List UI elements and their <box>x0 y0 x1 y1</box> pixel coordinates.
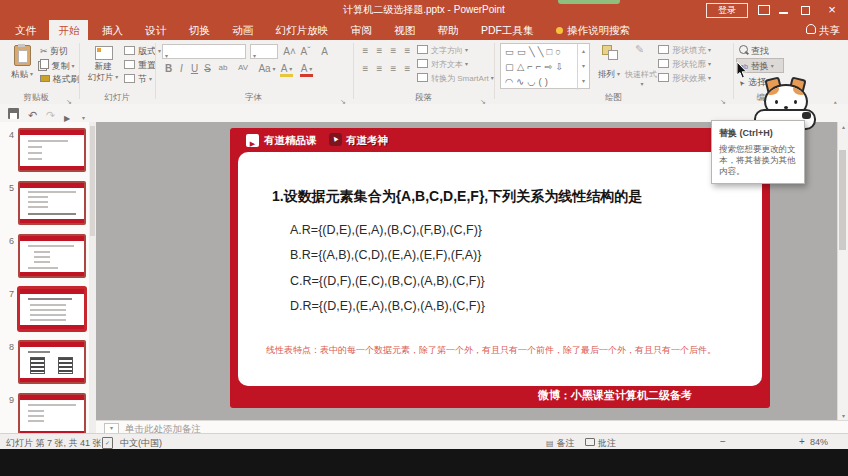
section-button[interactable]: 节 <box>124 73 152 86</box>
tab-help[interactable]: 帮助 <box>429 20 468 40</box>
italic-icon[interactable]: I <box>175 63 188 74</box>
save-icon[interactable] <box>8 108 19 119</box>
tab-pdf-tools[interactable]: PDF工具集 <box>472 20 543 40</box>
new-slide-icon <box>95 46 113 60</box>
ribbon-display-options-icon[interactable] <box>758 5 770 15</box>
decrease-font-icon[interactable]: Aˇ <box>299 46 312 57</box>
reset-button[interactable]: 重置 <box>124 59 156 72</box>
bullets-icon[interactable]: ≡ <box>359 45 372 56</box>
font-group-label: 字体 <box>157 92 350 104</box>
align-left-icon[interactable]: ≡ <box>359 63 372 74</box>
slide-thumbnail-5[interactable] <box>18 181 86 225</box>
shape-outline-button[interactable]: 形状轮廓 <box>658 59 711 71</box>
slide-thumbnail-4[interactable] <box>18 128 86 172</box>
taskbar: 中 S 19:06 2021/3/16 <box>0 449 848 476</box>
convert-smartart-button[interactable]: 转换为 SmartArt <box>417 73 494 84</box>
strikethrough-icon[interactable]: S <box>201 63 214 74</box>
copy-button[interactable]: 复制 <box>40 59 75 73</box>
thumb-number: 8 <box>2 342 14 352</box>
undo-icon[interactable] <box>28 105 37 123</box>
clear-formatting-icon[interactable]: A <box>318 46 331 57</box>
bold-icon[interactable]: B <box>162 63 175 74</box>
tab-home[interactable]: 开始 <box>49 20 88 40</box>
tooltip-title: 替换 (Ctrl+H) <box>719 127 797 140</box>
slide-canvas[interactable]: 有道精品课 有道考神 1.设数据元素集合为{A,B,C,D,E,F},下列关系为… <box>230 128 770 408</box>
reset-icon <box>124 60 135 69</box>
tab-file[interactable]: 文件 <box>6 20 45 40</box>
title-bar: 计算机二级选择题.pptx - PowerPoint 登录 <box>0 0 848 20</box>
tab-animations[interactable]: 动画 <box>223 20 262 40</box>
paragraph-group-label: 段落 <box>355 92 492 104</box>
highlight-color-icon[interactable]: A <box>280 63 293 77</box>
zoom-out-icon[interactable]: − <box>720 436 726 447</box>
zoom-in-icon[interactable]: + <box>799 436 805 447</box>
change-case-icon[interactable]: Aa <box>258 63 276 74</box>
shape-fill-button[interactable]: 形状填充 <box>658 45 711 57</box>
person-icon <box>806 24 816 34</box>
decrease-indent-icon[interactable]: ≡ <box>387 45 400 56</box>
new-slide-button[interactable]: 新建 幻灯片 <box>84 43 122 91</box>
question-text[interactable]: 1.设数据元素集合为{A,B,C,D,E,F},下列关系为线性结构的是 <box>272 188 642 206</box>
tell-me-search[interactable]: 操作说明搜索 <box>547 20 639 40</box>
slide-thumbnail-6[interactable] <box>18 234 86 278</box>
slide-thumbnail-9[interactable] <box>18 393 86 433</box>
option-b[interactable]: B.R={(A,B),(C,D),(E,A),(E,F),(F,A)} <box>290 248 481 262</box>
justify-icon[interactable]: ≡ <box>401 63 414 74</box>
shapes-gallery-scroll[interactable]: ▴▾▾ <box>577 44 589 90</box>
share-button[interactable]: 共享 <box>806 20 840 40</box>
drawing-group-label: 绘图 <box>497 92 730 104</box>
close-icon[interactable] <box>825 1 839 19</box>
slide-thumbnail-8[interactable] <box>18 340 86 384</box>
new-slide-label-2: 幻灯片 <box>84 72 122 84</box>
tab-design[interactable]: 设计 <box>136 20 175 40</box>
text-shadow-icon[interactable]: ab <box>214 63 232 72</box>
arrange-button[interactable]: 排列 <box>594 43 624 91</box>
option-d[interactable]: D.R={(D,E),(E,A),(B,C),(A,B),(C,F)} <box>290 299 485 313</box>
zoom-percent[interactable]: 84% <box>810 437 828 447</box>
tab-review[interactable]: 审阅 <box>342 20 381 40</box>
tab-slideshow[interactable]: 幻灯片放映 <box>267 20 338 40</box>
font-color-icon[interactable]: A <box>300 63 313 77</box>
tab-insert[interactable]: 插入 <box>93 20 132 40</box>
tab-view[interactable]: 视图 <box>385 20 424 40</box>
layout-icon <box>124 46 135 55</box>
restore-icon[interactable] <box>801 6 810 15</box>
login-button[interactable]: 登录 <box>706 3 748 18</box>
font-size-combo[interactable] <box>250 44 278 59</box>
cut-button[interactable]: 剪切 <box>40 45 68 58</box>
paste-button[interactable]: 粘贴 <box>6 43 38 91</box>
tab-transitions[interactable]: 切换 <box>180 20 219 40</box>
format-painter-button[interactable]: 格式刷 <box>40 73 80 86</box>
option-c[interactable]: C.R={(D,F),(E,C),(B,C),(A,B),(C,F)} <box>290 274 485 288</box>
spellcheck-icon[interactable] <box>102 437 113 449</box>
text-direction-button[interactable]: 文字方向 <box>417 45 468 56</box>
align-text-button[interactable]: 对齐文本 <box>417 59 468 70</box>
shapes-gallery[interactable]: ▭▭╲╲□○ ▢△⌐⌐⇨⇩ ◠∿◡() ▴▾▾ <box>500 43 590 89</box>
numbering-icon[interactable]: ≡ <box>373 45 386 56</box>
arrange-icon <box>602 45 618 59</box>
shape-effects-button[interactable]: 形状效果 <box>658 73 711 85</box>
align-right-icon[interactable]: ≡ <box>387 63 400 74</box>
scroll-up-icon[interactable]: ▴ <box>838 123 848 130</box>
shapes-row-1[interactable]: ▭▭╲╲□○ <box>501 44 589 59</box>
character-spacing-icon[interactable]: AV <box>234 63 252 72</box>
clipboard-group-label: 剪贴板 <box>0 92 72 104</box>
scroll-down-icon[interactable]: ▾ <box>838 412 848 419</box>
align-center-icon[interactable]: ≡ <box>373 63 386 74</box>
increase-font-icon[interactable]: A˄ <box>283 46 296 57</box>
font-name-combo[interactable] <box>162 44 246 59</box>
quick-styles-button[interactable]: 快速样式 <box>626 43 656 91</box>
underline-icon[interactable]: U <box>188 63 201 74</box>
increase-indent-icon[interactable]: ≡ <box>401 45 414 56</box>
option-a[interactable]: A.R={(D,E),(E,A),(B,C),(F,B),(C,F)} <box>290 223 482 237</box>
thumbnail-scrollbar-thumb[interactable] <box>90 126 95 236</box>
shapes-row-3[interactable]: ◠∿◡() <box>501 74 589 89</box>
editor-scrollbar-thumb[interactable] <box>839 150 846 250</box>
text-direction-icon <box>417 45 428 54</box>
minimize-icon[interactable] <box>779 12 788 14</box>
redo-icon[interactable] <box>46 105 55 123</box>
shapes-row-2[interactable]: ▢△⌐⌐⇨⇩ <box>501 59 589 74</box>
slide-thumbnail-7-selected[interactable] <box>18 287 86 331</box>
hint-text[interactable]: 线性表特点：表中的每一个数据元素，除了第一个外，有且只有一个前件，除了最后一个外… <box>266 344 736 357</box>
find-button[interactable]: 查找 <box>739 45 769 58</box>
